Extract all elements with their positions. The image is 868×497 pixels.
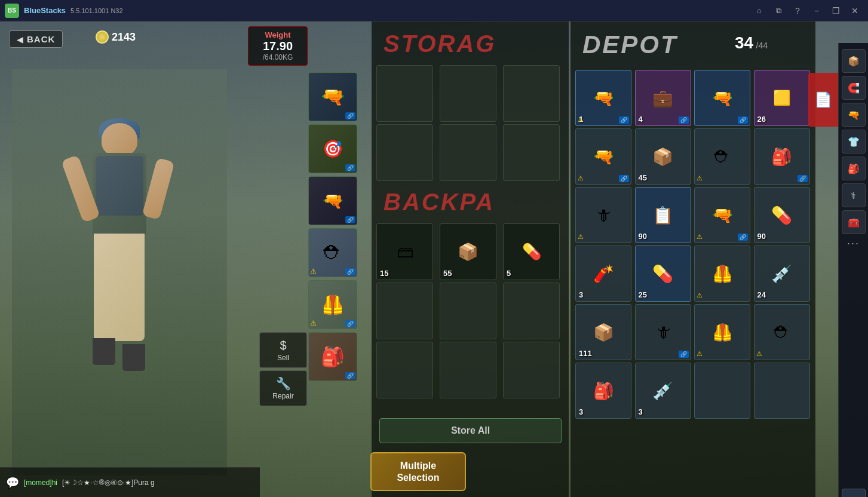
sidebar-btn-3[interactable]: 👕 [842,130,866,154]
depot-item-blade: 🗡 [583,195,624,236]
home-icon-btn[interactable]: ⌂ [751,4,768,17]
depot-cell-19[interactable]: ⛑ ⚠ [754,304,810,360]
sell-icon: $ [280,339,286,352]
depot-num-21: 3 [639,407,643,416]
chat-bar: 💬 [momed]hi [☀☽☆★·☆®◎④⊙·★]Pura g [0,467,260,497]
depot-cell-21[interactable]: 💉 3 [635,363,691,419]
soldier-head [102,123,137,156]
backpack-cell-6[interactable] [376,342,433,398]
sidebar-btn-5[interactable]: ⚕ [842,183,866,207]
sidebar-btn-1[interactable]: 🧲 [842,76,866,100]
depot-cell-1[interactable]: 💼 4 🔗 [635,70,691,126]
depot-cell-15[interactable]: 💉 24 [754,246,810,302]
depot-active-tab[interactable]: 📄 [808,73,838,127]
depot-tab-icon: 📄 [814,91,832,108]
depot-cell-14[interactable]: 🦺 ⚠ [694,246,750,302]
depot-cell-18[interactable]: 🦺 ⚠ [694,304,750,360]
equip-slot-backpack[interactable]: 🎒 🔗 [308,332,357,381]
repair-icon: 🔧 [276,376,291,391]
depot-cell-22[interactable] [694,363,750,419]
depot-item-meds1: 💊 [761,195,802,236]
depot-cell-23[interactable] [754,363,810,419]
backpack-cell-8[interactable] [503,342,560,398]
depot-section: Depot 34 /44 🔫 1 ⚠ 🔗 💼 4 🔗 🔫 🔗 [571,22,815,497]
sidearm-badge: 🔗 [345,216,355,223]
depot-cell-20[interactable]: 🎒 3 [575,363,631,419]
weight-label: Weight [256,30,300,39]
depot-cell-2[interactable]: 🔫 🔗 [694,70,750,126]
depot-count-max: /44 [756,41,768,50]
depot-cell-13[interactable]: 💊 25 [635,246,691,302]
sidebar-btn-4[interactable]: 🎒 [842,157,866,180]
equip-slot-secondary[interactable]: 🎯 🔗 [308,124,357,173]
backpack-cell-7[interactable] [440,342,496,398]
multi-select-label: MultipleSelection [397,460,439,483]
depot-cell-12[interactable]: 🧨 3 [575,246,631,302]
depot-cell-6[interactable]: ⛑ ⚠ [694,128,750,185]
sidebar-list-button[interactable]: ☰ [842,489,866,497]
storage-cell-2[interactable] [503,65,560,122]
chat-message: [☀☽☆★·☆®◎④⊙·★]Pura g [62,478,155,487]
depot-warn-4: ⚠ [578,174,584,182]
depot-item-vest3: 🦺 [702,312,743,353]
chat-icon[interactable]: 💬 [6,476,19,489]
storage-cell-5[interactable] [503,124,560,181]
sidebar-btn-6[interactable]: 🧰 [842,210,866,234]
help-button[interactable]: ? [789,4,806,17]
helmet-badge: 🔗 [345,268,355,275]
backpack-cell-4[interactable] [440,283,496,339]
repair-button[interactable]: 🔧 Repair [259,370,307,406]
equip-slot-vest[interactable]: 🦺 ⚠ 🔗 [308,280,357,329]
soldier-legs [94,234,145,341]
depot-badge-1: 🔗 [679,116,689,124]
backpack-cell-5[interactable] [503,283,560,339]
sell-label: Sell [277,354,289,362]
currency-icon [96,30,109,44]
store-all-label: Store All [451,425,490,436]
depot-item-helmet1: ⛑ [702,136,743,177]
depot-cell-5[interactable]: 📦 45 [635,128,691,185]
storage-cell-4[interactable] [440,124,496,181]
depot-warn-0: ⚠ [578,116,584,124]
depot-cell-9[interactable]: 📋 90 [635,187,691,243]
backpack-cell-3[interactable] [376,283,433,339]
store-all-button[interactable]: Store All [379,418,562,443]
depot-warn-18: ⚠ [697,350,703,358]
close-button[interactable]: ✕ [846,4,863,17]
depot-cell-7[interactable]: 🎒 🔗 [754,128,810,185]
depot-num-13: 25 [639,290,647,299]
depot-cell-0[interactable]: 🔫 1 ⚠ 🔗 [575,70,631,126]
equip-slot-primary[interactable]: 🔫 🔗 [308,72,357,121]
backpack-cell-2[interactable]: 💊 5 [503,223,560,280]
depot-cell-4[interactable]: 🔫 ⚠ 🔗 [575,128,631,185]
depot-item-pack2: 🎒 [583,370,624,412]
depot-cell-17[interactable]: 🗡 🔗 [635,304,691,360]
multiple-selection-button[interactable]: MultipleSelection [370,452,466,491]
depot-cell-8[interactable]: 🗡 ⚠ [575,187,631,243]
primary-badge: 🔗 [345,112,355,119]
sidebar-btn-2[interactable]: 🔫 [842,103,866,127]
equip-slot-helmet[interactable]: ⛑ ⚠ 🔗 [308,228,357,277]
depot-item-rifle: 🔫 [702,78,743,119]
depot-num-15: 24 [757,290,766,299]
restore-button[interactable]: ❐ [827,4,844,17]
back-button[interactable]: ◀ BACK [9,30,63,48]
depot-cell-3[interactable]: 🟨 26 [754,70,810,126]
depot-warn-19: ⚠ [756,350,762,358]
sell-button[interactable]: $ Sell [259,332,307,368]
depot-cell-11[interactable]: 💊 90 [754,187,810,243]
depot-title: Depot [571,22,815,62]
backpack-cell-0[interactable]: 🗃 15 [376,223,433,280]
sidebar-btn-0[interactable]: 📦 [842,49,866,73]
equip-slot-sidearm[interactable]: 🔫 🔗 [308,176,357,225]
storage-cell-0[interactable] [376,65,433,122]
right-sidebar: 📦 🧲 🔫 👕 🎒 ⚕ 🧰 ··· ☰ [838,43,868,497]
depot-item-pistol: 🔫 [583,136,624,177]
backpack-cell-1[interactable]: 📦 55 [440,223,496,280]
minimize-button[interactable]: − [808,4,825,17]
depot-cell-10[interactable]: 🔫 ⚠ 🔗 [694,187,750,243]
layers-icon-btn[interactable]: ⧉ [770,4,787,17]
depot-cell-16[interactable]: 📦 111 [575,304,631,360]
storage-cell-3[interactable] [376,124,433,181]
storage-cell-1[interactable] [440,65,496,122]
